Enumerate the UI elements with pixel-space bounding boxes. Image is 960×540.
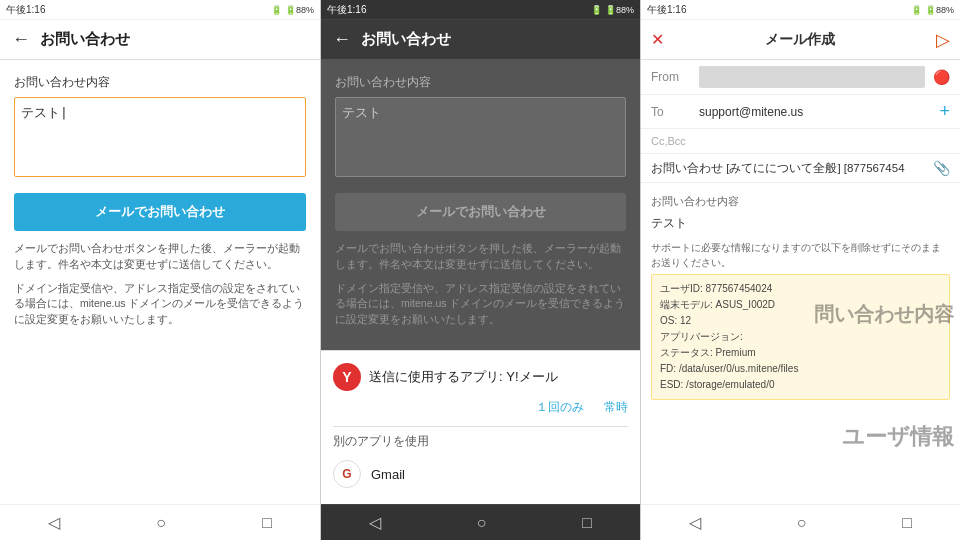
battery-3: 🔋88% <box>925 5 954 15</box>
gmail-icon: G <box>333 460 361 488</box>
chooser-header: Y 送信に使用するアプリ: Y!メール <box>333 363 628 391</box>
status-bar-1: 午後1:16 🔋 🔋88% <box>0 0 320 20</box>
email-appbar: ✕ メール作成 ▷ <box>641 20 960 60</box>
back-arrow-1[interactable]: ← <box>12 29 30 50</box>
nav-home-3[interactable]: ○ <box>797 514 807 532</box>
app-bar-1: ← お問い合わせ <box>0 20 320 60</box>
send-email-button-1[interactable]: メールでお問い合わせ <box>14 193 306 231</box>
app-title-1: お問い合わせ <box>40 30 130 49</box>
from-icon: 🔴 <box>933 69 950 85</box>
alt-label: 別のアプリを使用 <box>333 433 628 450</box>
chooser-title: 送信に使用するアプリ: Y!メール <box>369 368 558 386</box>
battery-2: 🔋88% <box>605 5 634 15</box>
nav-back-2[interactable]: ◁ <box>369 513 381 532</box>
info-text-2b: ドメイン指定受信や、アドレス指定受信の設定をされている場合には、mitene.u… <box>335 281 626 328</box>
status-icons-2: 🔋 🔋88% <box>591 5 634 15</box>
status-bar-3: 午後1:16 🔋 🔋88% <box>641 0 960 20</box>
cc-label: Cc,Bcc <box>651 135 691 147</box>
inquiry-textarea-1[interactable]: テスト| <box>14 97 306 177</box>
app-chooser: Y 送信に使用するアプリ: Y!メール １回のみ 常時 別のアプリを使用 G G… <box>321 350 640 504</box>
from-row: From 🔴 <box>641 60 960 95</box>
ymail-icon: Y <box>333 363 361 391</box>
support-info-label: サポートに必要な情報になりますので以下を削除せずにそのままお送りください。 <box>641 236 960 274</box>
nav-recent-1[interactable]: □ <box>262 514 272 532</box>
to-plus-icon[interactable]: + <box>939 101 950 122</box>
panel3-email-compose: 午後1:16 🔋 🔋88% ✕ メール作成 ▷ From 🔴 To suppor… <box>640 0 960 540</box>
subject-row: お問い合わせ [みてにについて全般] [877567454 📎 <box>641 154 960 183</box>
nav-bar-3: ◁ ○ □ <box>641 504 960 540</box>
status-time-1: 午後1:16 <box>6 3 45 17</box>
to-value[interactable]: support@mitene.us <box>699 105 931 119</box>
from-input[interactable] <box>699 66 925 88</box>
app-bar-2: ← お問い合わせ <box>321 20 640 60</box>
field-label-2: お問い合わせ内容 <box>335 74 626 91</box>
back-arrow-2[interactable]: ← <box>333 29 351 50</box>
time-2: 午後1:16 <box>327 3 366 17</box>
app-title-2: お問い合わせ <box>361 30 451 49</box>
nav-bar-1: ◁ ○ □ <box>0 504 320 540</box>
panel1-inquiry: 午後1:16 🔋 🔋88% ← お問い合わせ お問い合わせ内容 テスト| メール… <box>0 0 320 540</box>
app-version: アプリバージョン: <box>660 329 941 345</box>
nav-recent-2[interactable]: □ <box>582 514 592 532</box>
info-text-1b: ドメイン指定受信や、アドレス指定受信の設定をされている場合には、mitene.u… <box>14 281 306 328</box>
gmail-label: Gmail <box>371 467 405 482</box>
nav-recent-3[interactable]: □ <box>902 514 912 532</box>
subject-text: お問い合わせ [みてにについて全般] [877567454 <box>651 161 929 176</box>
fd-path: FD: /data/user/0/us.mitene/files <box>660 361 941 377</box>
status-time-2: 午後1:16 <box>327 3 366 17</box>
big-label-user: ユーザ情報 <box>842 422 954 452</box>
nav-home-1[interactable]: ○ <box>156 514 166 532</box>
panel2-inquiry-dark: 午後1:16 🔋 🔋88% ← お問い合わせ お問い合わせ内容 テスト メールで… <box>320 0 640 540</box>
attachment-icon: 📎 <box>933 160 950 176</box>
user-id: ユーザID: 877567454024 <box>660 281 941 297</box>
body-text[interactable]: テスト <box>641 213 960 236</box>
from-label: From <box>651 70 691 84</box>
chooser-buttons: １回のみ 常時 <box>333 399 628 416</box>
user-info-box: ユーザID: 877567454024 端末モデル: ASUS_I002D OS… <box>651 274 950 400</box>
time-3: 午後1:16 <box>647 3 686 17</box>
info-text-2a: メールでお問い合わせボタンを押した後、メーラーが起動します。件名や本文は変更せず… <box>335 241 626 273</box>
nav-home-2[interactable]: ○ <box>477 514 487 532</box>
esd-path: ESD: /storage/emulated/0 <box>660 377 941 393</box>
os-version: OS: 12 <box>660 313 941 329</box>
content-1: お問い合わせ内容 テスト| メールでお問い合わせ メールでお問い合わせボタンを押… <box>0 60 320 504</box>
time-1: 午後1:16 <box>6 3 45 17</box>
email-body: お問い合わせ内容 テスト 問い合わせ内容 サポートに必要な情報になりますので以下… <box>641 183 960 504</box>
status-bar-2: 午後1:16 🔋 🔋88% <box>321 0 640 20</box>
nav-back-3[interactable]: ◁ <box>689 513 701 532</box>
nav-bar-2: ◁ ○ □ <box>321 504 640 540</box>
cc-row: Cc,Bcc <box>641 129 960 154</box>
gmail-row[interactable]: G Gmail <box>333 456 628 492</box>
status-icons-1: 🔋 🔋88% <box>271 5 314 15</box>
info-text-1a: メールでお問い合わせボタンを押した後、メーラーが起動します。件名や本文は変更せず… <box>14 241 306 273</box>
to-label: To <box>651 105 691 119</box>
always-button[interactable]: 常時 <box>604 399 628 416</box>
field-label-1: お問い合わせ内容 <box>14 74 306 91</box>
nav-back-1[interactable]: ◁ <box>48 513 60 532</box>
send-email-button-2[interactable]: メールでお問い合わせ <box>335 193 626 231</box>
email-title: メール作成 <box>765 31 835 49</box>
to-row: To support@mitene.us + <box>641 95 960 129</box>
divider <box>333 426 628 427</box>
inquiry-textarea-2[interactable]: テスト <box>335 97 626 177</box>
device-model: 端末モデル: ASUS_I002D <box>660 297 941 313</box>
email-close-icon[interactable]: ✕ <box>651 30 664 49</box>
once-button[interactable]: １回のみ <box>536 399 584 416</box>
battery-1: 🔋88% <box>285 5 314 15</box>
email-send-icon[interactable]: ▷ <box>936 29 950 51</box>
body-label: お問い合わせ内容 <box>651 195 739 207</box>
status: ステータス: Premium <box>660 345 941 361</box>
